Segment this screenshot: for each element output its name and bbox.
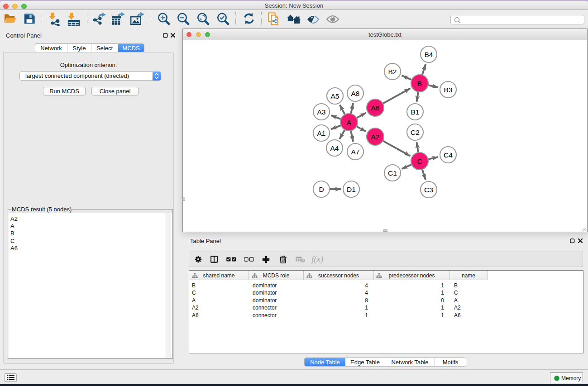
svg-text:A6: A6 (371, 104, 380, 112)
svg-text:A3: A3 (317, 108, 326, 116)
svg-text:A7: A7 (351, 148, 360, 156)
svg-text:C2: C2 (411, 129, 420, 136)
svg-text:B4: B4 (425, 51, 433, 58)
svg-text:A4: A4 (330, 144, 339, 152)
svg-text:C4: C4 (444, 151, 453, 159)
svg-text:B3: B3 (444, 86, 453, 94)
svg-text:D: D (319, 186, 324, 193)
svg-text:A: A (347, 119, 352, 126)
svg-text:A5: A5 (331, 92, 339, 100)
svg-text:D1: D1 (347, 186, 356, 193)
svg-text:B2: B2 (388, 68, 397, 76)
svg-text:A8: A8 (351, 90, 360, 97)
svg-text:C3: C3 (424, 186, 433, 194)
svg-text:A1: A1 (317, 129, 326, 137)
svg-text:A2: A2 (371, 133, 380, 141)
svg-text:B1: B1 (411, 108, 420, 116)
svg-text:C: C (417, 157, 422, 165)
svg-text:B: B (417, 80, 422, 87)
svg-text:C1: C1 (388, 169, 397, 177)
